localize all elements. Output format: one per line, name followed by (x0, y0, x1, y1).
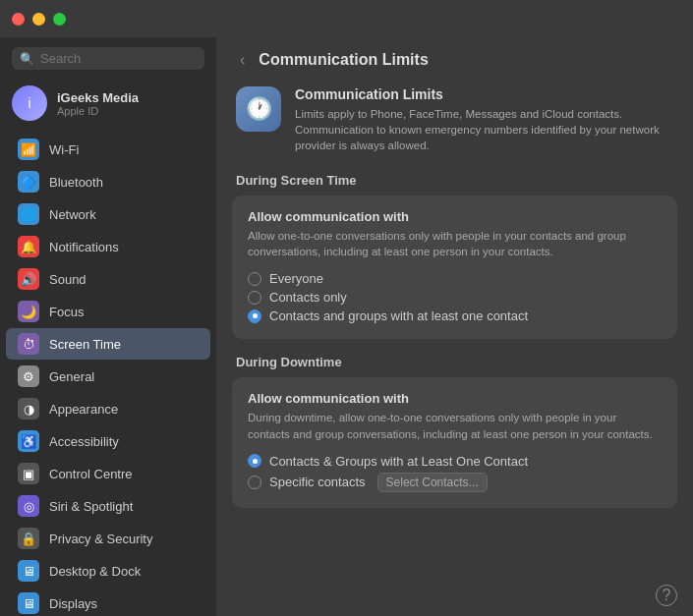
main-content: ‹ Communication Limits 🕐 Communication L… (216, 37, 693, 616)
sidebar-item-label: Focus (49, 305, 84, 319)
sidebar-item-displays[interactable]: 🖥 Displays (6, 588, 210, 616)
radio-specific-contacts[interactable]: Specific contacts Select Contacts... (248, 471, 662, 494)
wifi-icon: 📶 (18, 139, 39, 160)
appearance-icon: ◑ (18, 398, 39, 420)
downtime-card-title: Allow communication with (248, 391, 662, 406)
sidebar-item-privacy[interactable]: 🔒 Privacy & Security (6, 523, 210, 554)
downtime-card-desc: During downtime, allow one-to-one conver… (248, 410, 662, 441)
screentime-icon: ⏱ (18, 333, 39, 355)
app-body: 🔍 i iGeeks Media Apple ID 📶 Wi-Fi 🔷 Blue… (0, 37, 693, 616)
maximize-button[interactable] (53, 13, 66, 26)
profile-section[interactable]: i iGeeks Media Apple ID (0, 78, 216, 133)
select-contacts-button[interactable]: Select Contacts... (377, 473, 488, 492)
close-button[interactable] (12, 13, 25, 26)
radio-label-contacts-only: Contacts only (269, 290, 347, 305)
sidebar-item-sound[interactable]: 🔊 Sound (6, 263, 210, 295)
screen-time-card: Allow communication with Allow one-to-on… (232, 196, 677, 339)
sidebar-item-siri[interactable]: ◎ Siri & Spotlight (6, 490, 210, 522)
radio-label-specific-contacts: Specific contacts (269, 475, 366, 489)
radio-btn-contacts-groups-down[interactable] (248, 454, 261, 468)
app-icon-box: 🕐 (236, 86, 281, 132)
sidebar-item-wifi[interactable]: 📶 Wi-Fi (6, 134, 210, 165)
screen-time-card-desc: Allow one-to-one conversations only with… (248, 228, 662, 259)
sidebar-item-label: Network (49, 207, 96, 222)
profile-info: iGeeks Media Apple ID (57, 90, 139, 117)
avatar: i (12, 85, 47, 121)
sidebar-item-appearance[interactable]: ◑ Appearance (6, 393, 210, 424)
back-button[interactable]: ‹ (236, 49, 249, 71)
nav-section: 📶 Wi-Fi 🔷 Bluetooth 🌐 Network 🔔 Notifica… (0, 133, 216, 616)
radio-btn-everyone[interactable] (248, 272, 261, 286)
screen-time-section-header: During Screen Time (216, 173, 693, 196)
sidebar-item-label: Notifications (49, 240, 119, 254)
sidebar-item-label: Appearance (49, 402, 118, 417)
sidebar: 🔍 i iGeeks Media Apple ID 📶 Wi-Fi 🔷 Blue… (0, 37, 216, 616)
sidebar-item-label: General (49, 369, 94, 384)
minimize-button[interactable] (32, 13, 45, 26)
app-info: 🕐 Communication Limits Limits apply to P… (216, 83, 693, 173)
app-description: Communication Limits Limits apply to Pho… (295, 86, 673, 153)
sidebar-item-network[interactable]: 🌐 Network (6, 198, 210, 230)
radio-btn-contacts-groups[interactable] (248, 309, 261, 323)
traffic-lights (12, 13, 66, 26)
downtime-section-header: During Downtime (216, 355, 693, 377)
screen-time-card-title: Allow communication with (248, 209, 662, 224)
title-bar (0, 0, 693, 37)
help-button[interactable]: ? (656, 585, 677, 606)
sidebar-item-label: Sound (49, 272, 87, 287)
general-icon: ⚙ (18, 365, 39, 387)
radio-btn-specific-contacts[interactable] (248, 476, 261, 489)
sidebar-item-label: Displays (49, 596, 97, 611)
app-desc-text: Limits apply to Phone, FaceTime, Message… (295, 106, 673, 153)
radio-btn-contacts-only[interactable] (248, 291, 261, 305)
search-box[interactable]: 🔍 (12, 47, 204, 70)
siri-icon: ◎ (18, 495, 39, 517)
profile-sub: Apple ID (57, 105, 139, 117)
sidebar-item-label: Accessibility (49, 434, 119, 449)
sidebar-item-label: Wi-Fi (49, 142, 79, 157)
sidebar-item-desktop[interactable]: 🖥 Desktop & Dock (6, 555, 210, 587)
radio-label-contacts-groups: Contacts and groups with at least one co… (269, 308, 528, 323)
sidebar-item-accessibility[interactable]: ♿ Accessibility (6, 425, 210, 457)
sound-icon: 🔊 (18, 268, 39, 290)
downtime-card: Allow communication with During downtime… (232, 377, 677, 507)
app-name: Communication Limits (295, 86, 673, 102)
sidebar-item-notifications[interactable]: 🔔 Notifications (6, 231, 210, 262)
sidebar-item-controlcentre[interactable]: ▣ Control Centre (6, 458, 210, 489)
content-header: ‹ Communication Limits (216, 37, 693, 83)
displays-icon: 🖥 (18, 592, 39, 614)
sidebar-item-focus[interactable]: 🌙 Focus (6, 296, 210, 327)
sidebar-item-label: Screen Time (49, 337, 121, 352)
sidebar-item-general[interactable]: ⚙ General (6, 361, 210, 392)
app-icon: 🕐 (246, 96, 272, 122)
sidebar-item-screentime[interactable]: ⏱ Screen Time (6, 328, 210, 360)
search-container: 🔍 (0, 37, 216, 78)
sidebar-item-label: Control Centre (49, 467, 133, 481)
accessibility-icon: ♿ (18, 430, 39, 452)
radio-contacts-groups-down[interactable]: Contacts & Groups with at Least One Cont… (248, 452, 662, 471)
radio-label-everyone: Everyone (269, 271, 323, 286)
sidebar-item-label: Desktop & Dock (49, 564, 141, 579)
radio-label-contacts-groups-down: Contacts & Groups with at Least One Cont… (269, 454, 528, 469)
profile-name: iGeeks Media (57, 90, 139, 105)
radio-everyone[interactable]: Everyone (248, 269, 662, 288)
desktop-icon: 🖥 (18, 560, 39, 582)
page-title: Communication Limits (259, 51, 428, 69)
sidebar-item-bluetooth[interactable]: 🔷 Bluetooth (6, 166, 210, 197)
notifications-icon: 🔔 (18, 236, 39, 257)
search-icon: 🔍 (20, 52, 34, 66)
sidebar-item-label: Bluetooth (49, 175, 103, 190)
bluetooth-icon: 🔷 (18, 171, 39, 193)
focus-icon: 🌙 (18, 301, 39, 322)
sidebar-item-label: Privacy & Security (49, 532, 152, 546)
control-centre-icon: ▣ (18, 463, 39, 484)
privacy-icon: 🔒 (18, 528, 39, 549)
sidebar-item-label: Siri & Spotlight (49, 499, 133, 514)
search-input[interactable] (40, 51, 197, 66)
network-icon: 🌐 (18, 203, 39, 225)
radio-contacts-groups[interactable]: Contacts and groups with at least one co… (248, 307, 662, 325)
radio-contacts-only[interactable]: Contacts only (248, 288, 662, 307)
